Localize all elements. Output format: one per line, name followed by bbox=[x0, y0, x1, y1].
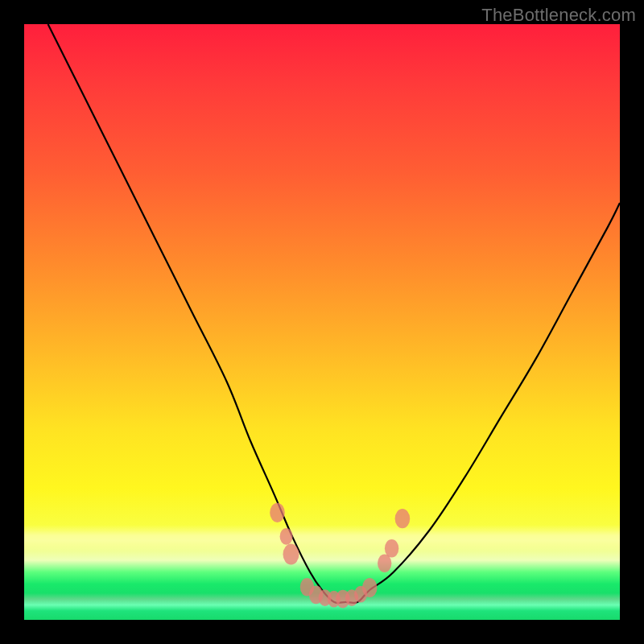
chart-frame: TheBottleneck.com bbox=[0, 0, 644, 644]
curve-marker bbox=[270, 503, 285, 522]
watermark-label: TheBottleneck.com bbox=[481, 5, 636, 26]
curve-markers bbox=[270, 503, 410, 609]
curve-marker bbox=[280, 528, 293, 545]
curve-marker bbox=[395, 509, 411, 528]
chart-svg bbox=[24, 24, 620, 620]
plot-area bbox=[24, 24, 620, 620]
curve-marker bbox=[385, 539, 398, 558]
curve-marker bbox=[283, 544, 299, 565]
curve-marker bbox=[362, 578, 378, 597]
bottleneck-curve bbox=[48, 24, 620, 603]
